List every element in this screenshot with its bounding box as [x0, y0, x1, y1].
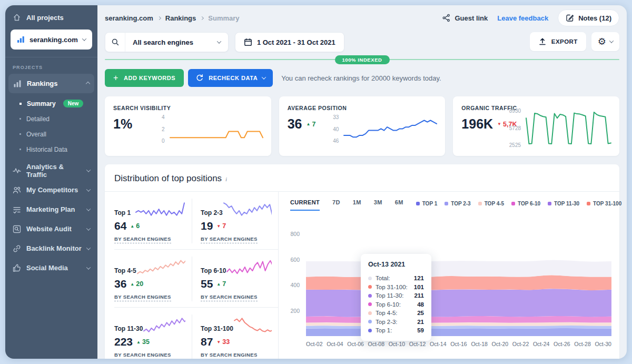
- tile-sparkline: [136, 258, 185, 277]
- sidebar-item-rankings[interactable]: Rankings: [8, 74, 94, 93]
- sidebar-item-marketing-plan[interactable]: Marketing Plan: [5, 200, 97, 219]
- search-engines-select[interactable]: All search engines: [105, 32, 229, 52]
- y-tick: 2: [162, 126, 165, 132]
- stacked-area-plot[interactable]: [306, 221, 611, 336]
- by-search-engines-link[interactable]: BY SEARCH ENGINES: [201, 294, 258, 301]
- position-tiles: Top 164▲6BY SEARCH ENGINESTop 2-319▼7BY …: [105, 192, 279, 359]
- legend-item-top-1[interactable]: TOP 1: [416, 201, 438, 206]
- delta-up: ▲20: [130, 280, 143, 288]
- sidebar-item-analytics-traffic[interactable]: Analytics & Traffic: [5, 161, 97, 180]
- notes-pencil-icon: [566, 14, 574, 22]
- tile-value-row: 223▲35: [114, 336, 185, 348]
- recheck-data-button[interactable]: RECHECK DATA: [188, 69, 273, 87]
- sidebar-item-label: Social Media: [26, 264, 68, 272]
- tile-sparkline: [223, 200, 272, 219]
- delta-down: ▼33: [216, 338, 230, 346]
- leave-feedback-link[interactable]: Leave feedback: [497, 14, 548, 22]
- delta-value: 33: [222, 338, 230, 346]
- legend-item-top-4-5[interactable]: TOP 4-5: [478, 201, 504, 206]
- x-axis-label: Oct-04: [327, 341, 343, 347]
- metric-card-chart: 420: [162, 114, 264, 145]
- area-band-top-4-5: [306, 322, 611, 326]
- tab-3m[interactable]: 3M: [374, 199, 382, 211]
- position-tile-top-31-100: Top 31-10087▼33BY SEARCH ENGINES: [192, 314, 278, 359]
- sidebar-item-backlink-monitor[interactable]: Backlink Monitor: [5, 239, 97, 258]
- legend-item-top-31-100[interactable]: TOP 31-100: [587, 201, 621, 206]
- by-search-engines-link[interactable]: BY SEARCH ENGINES: [114, 352, 171, 359]
- sidebar-subitem-detailed[interactable]: Detailed: [5, 111, 97, 126]
- legend-item-top-6-10[interactable]: TOP 6-10: [511, 201, 540, 206]
- x-axis-label: Oct-22: [512, 341, 529, 347]
- search-engine-search-button[interactable]: [105, 33, 125, 52]
- chart-tooltip: Oct-13 2021 Total:121Top 31-100:101Top 1…: [361, 254, 431, 341]
- sidebar-subitem-label: Detailed: [26, 115, 50, 123]
- tooltip-dot: [368, 285, 372, 289]
- by-search-engines-link[interactable]: BY SEARCH ENGINES: [201, 352, 258, 359]
- add-keywords-label: ADD KEYWORDS: [124, 75, 175, 81]
- tab-1m[interactable]: 1M: [353, 199, 361, 211]
- tab-6m[interactable]: 6M: [395, 199, 403, 211]
- arrow-down-icon: ▼: [497, 122, 501, 126]
- chevron-down-icon: [86, 265, 91, 269]
- header-bar: seranking.comRankingsSummary Guest link …: [105, 7, 619, 29]
- plus-icon: +: [113, 74, 118, 82]
- export-button[interactable]: EXPORT: [530, 32, 586, 51]
- position-tile-top-2-3: Top 2-319▼7BY SEARCH ENGINES: [192, 199, 278, 243]
- breadcrumb-item[interactable]: seranking.com: [105, 14, 153, 22]
- competitors-icon: [13, 186, 21, 194]
- sidebar-item-label: Marketing Plan: [26, 205, 75, 213]
- main-content: seranking.comRankingsSummary Guest link …: [97, 5, 627, 359]
- area-band-top-31-100: [306, 275, 611, 290]
- tooltip-value: 48: [417, 301, 424, 308]
- sidebar-item-website-audit[interactable]: Website Audit: [5, 219, 97, 239]
- project-selector[interactable]: seranking.com: [11, 29, 92, 50]
- sidebar-subitem-summary[interactable]: SummaryNew: [5, 96, 97, 111]
- y-axis-label: 200: [284, 308, 300, 314]
- analytics-icon: [13, 166, 21, 175]
- tile-value: 64: [114, 220, 126, 232]
- delta-value: 7: [222, 222, 226, 230]
- distribution-chart-section: CURRENT7D1M3M6M TOP 1TOP 2-3TOP 4-5TOP 6…: [279, 192, 619, 359]
- y-tick-labels: 334046: [333, 114, 339, 145]
- settings-button[interactable]: ⚙: [591, 32, 619, 51]
- legend-swatch: [548, 202, 551, 205]
- legend-item-top-2-3[interactable]: TOP 2-3: [445, 201, 470, 206]
- breadcrumb-item[interactable]: Rankings: [165, 14, 196, 22]
- distribution-title: Distribution of top positions: [114, 173, 222, 184]
- add-keywords-button[interactable]: + ADD KEYWORDS: [105, 69, 184, 87]
- legend-swatch: [511, 202, 515, 205]
- tile-label: Top 6-10: [201, 267, 226, 277]
- distribution-panel: Distribution of top positions i Top 164▲…: [105, 164, 619, 359]
- by-search-engines-link[interactable]: BY SEARCH ENGINES: [114, 294, 171, 301]
- notes-button[interactable]: Notes (12): [558, 9, 619, 26]
- chart-range-tabs: CURRENT7D1M3M6M TOP 1TOP 2-3TOP 4-5TOP 6…: [284, 199, 619, 211]
- delta-value: 7: [222, 280, 226, 288]
- sidebar-item-social-media[interactable]: Social Media: [5, 258, 97, 278]
- y-tick: 8930: [509, 108, 521, 114]
- distribution-body: Top 164▲6BY SEARCH ENGINESTop 2-319▼7BY …: [105, 192, 619, 359]
- area-band-top-11-30: [306, 289, 611, 317]
- legend-swatch: [478, 202, 482, 205]
- tab-7d[interactable]: 7D: [332, 199, 340, 211]
- legend-item-top-11-30[interactable]: TOP 11-30: [548, 201, 579, 206]
- tooltip-label: Top 11-30:: [376, 292, 404, 299]
- tile-top: Top 31-100: [201, 314, 272, 335]
- bullet-icon: [19, 118, 21, 120]
- tile-row: Top 4-536▲20BY SEARCH ENGINESTop 6-1055▲…: [114, 250, 278, 308]
- sidebar-subitem-historical-data[interactable]: Historical Data: [5, 142, 97, 157]
- metric-card-chart: 334046: [333, 114, 438, 145]
- info-icon[interactable]: i: [225, 176, 227, 182]
- by-search-engines-link[interactable]: BY SEARCH ENGINES: [114, 236, 171, 243]
- all-projects-link[interactable]: All projects: [5, 5, 97, 28]
- metric-sparkline: [169, 114, 264, 145]
- sidebar-item-my-competitors[interactable]: My Competitors: [5, 180, 97, 200]
- sidebar-subitem-overall[interactable]: Overall: [5, 126, 97, 142]
- sidebar-subitem-label: Summary: [27, 100, 56, 107]
- sidebar-item-label: Analytics & Traffic: [26, 163, 82, 179]
- tab-current[interactable]: CURRENT: [290, 199, 320, 211]
- by-search-engines-link[interactable]: BY SEARCH ENGINES: [201, 236, 258, 243]
- guest-link-button[interactable]: Guest link: [442, 14, 488, 22]
- position-tile-top-6-10: Top 6-1055▲7BY SEARCH ENGINES: [192, 257, 278, 301]
- date-range-picker[interactable]: 1 Oct 2021 - 31 Oct 2021: [235, 32, 344, 52]
- tile-sparkline: [233, 316, 272, 335]
